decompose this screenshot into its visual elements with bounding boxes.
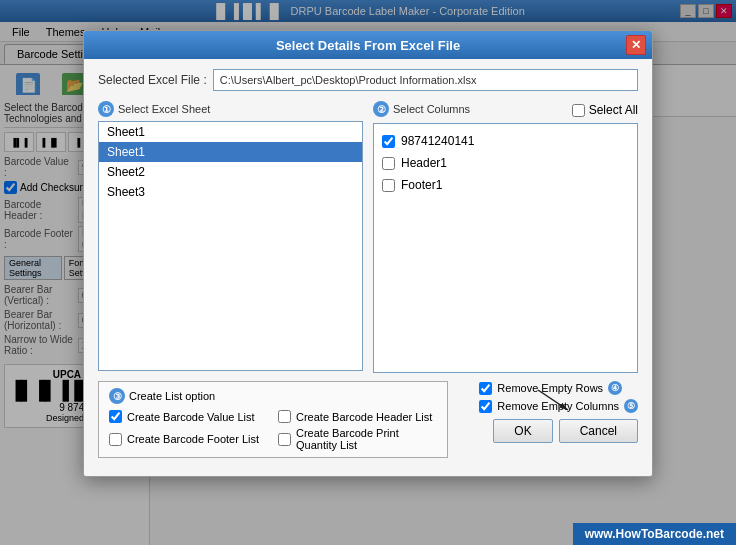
column-item-2: Footer1	[380, 174, 631, 196]
section-4-number: ④	[608, 381, 622, 395]
columns-section: ② Select Columns Select All 98741240141	[373, 101, 638, 373]
create-option-checkbox-1[interactable]	[278, 410, 291, 423]
select-all-row: Select All	[572, 103, 638, 117]
section-5-number: ⑤	[624, 399, 638, 413]
sheet-list[interactable]: Sheet1 Sheet1 Sheet2 Sheet3	[98, 121, 363, 371]
remove-options: Remove Empty Rows ④ Remove Empty Columns…	[479, 381, 638, 413]
excel-file-label: Selected Excel File :	[98, 73, 207, 87]
remove-empty-cols-label: Remove Empty Columns	[497, 400, 619, 412]
create-option-0: Create Barcode Value List	[109, 410, 268, 423]
sheet-section-header: ① Select Excel Sheet	[98, 101, 363, 117]
sheet-item-3[interactable]: Sheet3	[99, 182, 362, 202]
modal-title: Select Details From Excel File	[276, 38, 460, 53]
column-label-0: 98741240141	[401, 134, 474, 148]
create-option-label-1: Create Barcode Header List	[296, 411, 432, 423]
column-item-0: 98741240141	[380, 130, 631, 152]
column-checkbox-1[interactable]	[382, 157, 395, 170]
sheet-item-2[interactable]: Sheet2	[99, 162, 362, 182]
section-2-number: ②	[373, 101, 389, 117]
cancel-button[interactable]: Cancel	[559, 419, 638, 443]
modal-body: Selected Excel File : ① Select Excel She…	[84, 59, 652, 476]
excel-file-input[interactable]	[213, 69, 638, 91]
create-option-checkbox-3[interactable]	[278, 433, 291, 446]
remove-empty-cols-option: Remove Empty Columns ⑤	[479, 399, 638, 413]
ok-button[interactable]: OK	[493, 419, 552, 443]
sheet-item-1[interactable]: Sheet1	[99, 142, 362, 162]
columns-section-label: Select Columns	[393, 103, 470, 115]
create-list-options: Create Barcode Value List Create Barcode…	[109, 410, 437, 451]
modal-titlebar: Select Details From Excel File ✕	[84, 31, 652, 59]
create-option-3: Create Barcode Print Quantity List	[278, 427, 437, 451]
create-option-label-3: Create Barcode Print Quantity List	[296, 427, 437, 451]
remove-empty-rows-label: Remove Empty Rows	[497, 382, 603, 394]
modal-dialog: Select Details From Excel File ✕ Selecte…	[83, 30, 653, 477]
modal-close-button[interactable]: ✕	[626, 35, 646, 55]
create-option-checkbox-0[interactable]	[109, 410, 122, 423]
create-option-label-0: Create Barcode Value List	[127, 411, 255, 423]
section-1-number: ①	[98, 101, 114, 117]
website-badge: www.HowToBarcode.net	[573, 523, 736, 545]
column-label-2: Footer1	[401, 178, 442, 192]
column-checkbox-2[interactable]	[382, 179, 395, 192]
remove-empty-cols-checkbox[interactable]	[479, 400, 492, 413]
column-label-1: Header1	[401, 156, 447, 170]
column-item-1: Header1	[380, 152, 631, 174]
two-column-section: ① Select Excel Sheet Sheet1 Sheet1 Sheet…	[98, 101, 638, 373]
create-list-header: ③ Create List option	[109, 388, 437, 404]
select-all-label: Select All	[589, 103, 638, 117]
create-option-2: Create Barcode Footer List	[109, 427, 268, 451]
select-all-checkbox[interactable]	[572, 104, 585, 117]
modal-overlay: Select Details From Excel File ✕ Selecte…	[0, 0, 736, 545]
section-3-number: ③	[109, 388, 125, 404]
columns-list: 98741240141 Header1 Footer1	[373, 123, 638, 373]
remove-empty-rows-checkbox[interactable]	[479, 382, 492, 395]
sheet-item-0[interactable]: Sheet1	[99, 122, 362, 142]
create-list-section: ③ Create List option Create Barcode Valu…	[98, 381, 448, 466]
bottom-section: ③ Create List option Create Barcode Valu…	[98, 381, 638, 466]
sheet-section-label: Select Excel Sheet	[118, 103, 210, 115]
right-side: Remove Empty Rows ④ Remove Empty Columns…	[458, 381, 638, 443]
excel-file-row: Selected Excel File :	[98, 69, 638, 91]
dialog-buttons: OK Cancel	[493, 419, 638, 443]
create-list-label: Create List option	[129, 390, 215, 402]
create-option-label-2: Create Barcode Footer List	[127, 433, 259, 445]
columns-section-header: ② Select Columns	[373, 101, 470, 117]
sheet-section: ① Select Excel Sheet Sheet1 Sheet1 Sheet…	[98, 101, 363, 373]
create-option-1: Create Barcode Header List	[278, 410, 437, 423]
columns-header-row: ② Select Columns Select All	[373, 101, 638, 121]
remove-empty-rows-option: Remove Empty Rows ④	[479, 381, 638, 395]
column-checkbox-0[interactable]	[382, 135, 395, 148]
create-option-checkbox-2[interactable]	[109, 433, 122, 446]
